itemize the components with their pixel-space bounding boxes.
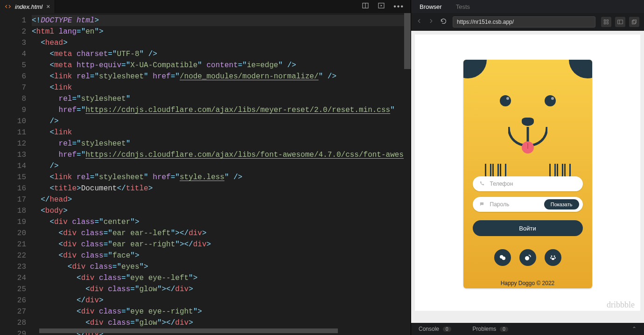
social-wechat-icon[interactable] (494, 249, 511, 266)
preview-icon[interactable] (378, 2, 385, 11)
tab-browser[interactable]: Browser (420, 3, 442, 10)
dog-eye-left (500, 95, 511, 106)
svg-rect-5 (604, 22, 606, 24)
horizontal-scrollbar[interactable] (39, 328, 338, 333)
svg-rect-4 (607, 20, 609, 21)
dog-nose (522, 118, 534, 126)
more-icon[interactable]: ••• (393, 2, 404, 11)
right-pane-tabs: Browser Tests (411, 0, 644, 13)
browser-toolbar: https://nr151e.csb.app/ (411, 13, 644, 31)
toolbar-panel-icon[interactable] (615, 17, 625, 27)
svg-point-12 (502, 257, 505, 260)
svg-rect-9 (632, 21, 635, 24)
console-tab[interactable]: Console (419, 326, 439, 332)
show-password-button[interactable]: Показать (544, 199, 579, 209)
toolbar-grid-icon[interactable] (601, 17, 611, 27)
login-button[interactable]: Войти (473, 220, 583, 236)
tab-tests[interactable]: Tests (456, 3, 470, 10)
bottom-panel-tabs: Console 0 Problems 0 ⌃ (411, 323, 644, 335)
svg-point-16 (550, 257, 552, 258)
tab-index-html[interactable]: index.html × (0, 0, 55, 13)
comment-icon (479, 202, 484, 208)
svg-rect-7 (618, 20, 623, 24)
dog-tongue (522, 141, 534, 154)
problems-tab[interactable]: Problems (473, 326, 497, 332)
svg-point-18 (552, 258, 554, 260)
console-count: 0 (443, 327, 451, 332)
copyright-text: Happy Doggo © 2022 (473, 280, 583, 286)
dog-ear-left (463, 60, 487, 78)
problems-count: 0 (500, 327, 508, 332)
vertical-scrollbar[interactable] (404, 13, 411, 69)
code-area[interactable]: <!DOCTYPE html><html lang="en"> <head> <… (32, 13, 411, 335)
doggo-login-card: Телефон Пароль Показать Войти (463, 60, 592, 288)
svg-point-14 (551, 256, 552, 257)
preview-page[interactable]: Телефон Пароль Показать Войти (415, 35, 640, 311)
phone-field[interactable]: Телефон (473, 176, 583, 191)
close-icon[interactable]: × (46, 3, 50, 10)
split-editor-icon[interactable] (362, 2, 369, 11)
phone-icon (479, 181, 484, 187)
password-field[interactable]: Пароль Показать (473, 197, 583, 212)
tab-filename: index.html (15, 3, 42, 10)
url-bar[interactable]: https://nr151e.csb.app/ (453, 16, 595, 28)
code-editor[interactable]: 1234567891011121314151617181920212223242… (0, 13, 411, 335)
chevron-up-icon[interactable]: ⌃ (632, 326, 637, 332)
phone-placeholder: Телефон (490, 181, 513, 187)
svg-point-17 (554, 257, 556, 258)
editor-tabbar: index.html × ••• (0, 0, 411, 13)
svg-rect-3 (604, 20, 606, 21)
url-text: https://nr151e.csb.app/ (457, 19, 514, 25)
svg-rect-6 (607, 22, 609, 24)
password-placeholder: Пароль (490, 201, 510, 208)
dog-ear-right (569, 60, 592, 78)
svg-point-15 (553, 256, 555, 257)
toolbar-popout-icon[interactable] (629, 17, 639, 27)
social-paw-icon[interactable] (545, 249, 561, 266)
preview-area: Телефон Пароль Показать Войти (411, 31, 644, 323)
svg-rect-10 (633, 20, 637, 23)
dog-eye-right (545, 95, 556, 106)
dribbble-watermark: dribbble (607, 300, 635, 310)
nav-forward-icon[interactable] (428, 18, 434, 26)
line-gutter: 1234567891011121314151617181920212223242… (0, 13, 32, 335)
nav-back-icon[interactable] (416, 18, 422, 26)
reload-icon[interactable] (440, 18, 447, 27)
svg-point-13 (525, 256, 529, 260)
social-weibo-icon[interactable] (519, 249, 536, 266)
html-file-icon (5, 3, 11, 10)
